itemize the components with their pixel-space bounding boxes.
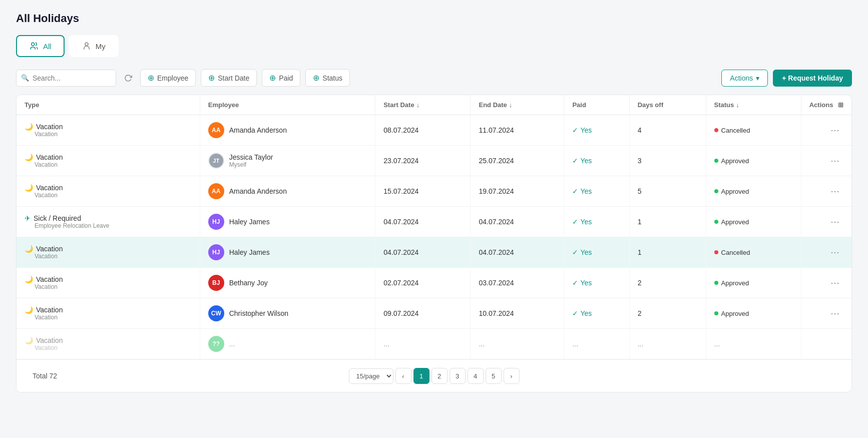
page-nav: 15/page 25/page 50/page ‹ 1 2 3 4 5 ›: [349, 368, 520, 384]
row-actions-button[interactable]: ⋯: [826, 275, 843, 290]
prev-page-button[interactable]: ‹: [395, 368, 411, 384]
refresh-button[interactable]: [121, 71, 135, 85]
filter-paid-button[interactable]: ⊕ Paid: [262, 69, 300, 87]
page-5-button[interactable]: 5: [486, 368, 502, 384]
table-row: 🌙 Vacation Vacation HJ Haley James 04.07…: [17, 237, 851, 268]
actions-button[interactable]: Actions ▾: [721, 70, 768, 87]
th-end-date[interactable]: End Date ↓: [471, 95, 564, 115]
status-cell: Approved: [706, 146, 801, 176]
end-date-cell: 11.07.2024: [471, 115, 564, 146]
moon-icon: 🌙: [25, 245, 33, 253]
search-input[interactable]: [16, 70, 116, 87]
paid-cell: ✓ Yes: [564, 298, 629, 329]
type-sub-label: Employee Relocation Leave: [25, 222, 192, 229]
sort-icon-start: ↓: [416, 101, 420, 109]
table-row: ✈ Sick / Required Employee Relocation Le…: [17, 207, 851, 237]
next-page-button[interactable]: ›: [504, 368, 520, 384]
type-cell: 🌙 Vacation Vacation: [17, 237, 200, 268]
tab-all[interactable]: All: [16, 35, 65, 57]
status-dot: [714, 311, 718, 315]
columns-icon[interactable]: ⊞: [838, 101, 843, 109]
actions-cell: ⋯: [801, 298, 851, 329]
th-employee: Employee: [200, 95, 375, 115]
status-dot: [714, 250, 718, 254]
paid-label: Yes: [580, 126, 592, 134]
paid-cell: ✓ Yes: [564, 115, 629, 146]
days-off-cell: 3: [629, 146, 706, 176]
days-off-cell: 5: [629, 176, 706, 207]
toolbar: 🔍 ⊕ Employee ⊕ Start Date ⊕ Paid ⊕ Statu…: [16, 69, 852, 87]
avatar: BJ: [208, 275, 224, 291]
type-cell: ✈ Sick / Required Employee Relocation Le…: [17, 207, 200, 237]
tab-my[interactable]: My: [69, 35, 119, 57]
paid-cell: ✓ Yes: [564, 146, 629, 176]
employee-name: Christopher Wilson: [229, 309, 288, 317]
th-days-off: Days off: [629, 95, 706, 115]
status-label: Approved: [721, 310, 749, 317]
table-row-partial: 🌙 Vacation Vacation ?? ... ... ... ... .…: [17, 329, 851, 359]
row-actions-button[interactable]: ⋯: [826, 184, 843, 199]
table-container: Type Employee Start Date ↓ End Date: [16, 95, 852, 392]
check-icon: ✓: [572, 157, 578, 165]
th-start-date[interactable]: Start Date ↓: [375, 95, 471, 115]
employee-name: Bethany Joy: [229, 279, 268, 287]
th-status[interactable]: Status ↓: [706, 95, 801, 115]
actions-label: Actions: [730, 74, 753, 82]
paid-cell: ✓ Yes: [564, 268, 629, 298]
actions-cell: ⋯: [801, 176, 851, 207]
status-cell: Cancelled: [706, 237, 801, 268]
paid-label: Yes: [580, 157, 592, 165]
status-dot: [714, 281, 718, 285]
filter-status-button[interactable]: ⊕ Status: [305, 69, 350, 87]
sick-icon: ✈: [25, 214, 31, 222]
employee-partial: ?? ...: [200, 329, 375, 359]
page-3-button[interactable]: 3: [450, 368, 466, 384]
type-sub-label: Vacation: [25, 253, 192, 260]
row-actions-button[interactable]: ⋯: [826, 306, 843, 321]
row-actions-button[interactable]: ⋯: [826, 123, 843, 138]
row-actions-button[interactable]: ⋯: [826, 245, 843, 260]
employee-cell: CW Christopher Wilson: [200, 298, 375, 329]
type-main-label: Vacation: [36, 275, 63, 283]
table-row: 🌙 Vacation Vacation JT Jessica Taylor My…: [17, 146, 851, 176]
per-page-select[interactable]: 15/page 25/page 50/page: [349, 368, 393, 384]
paid-label: Yes: [580, 218, 592, 226]
th-actions: Actions ⊞: [801, 95, 851, 115]
filter-status-label: Status: [322, 74, 342, 82]
toolbar-actions: Actions ▾ + Request Holiday: [721, 70, 852, 87]
paid-label: Yes: [580, 187, 592, 195]
type-cell: 🌙 Vacation Vacation: [17, 146, 200, 176]
avatar: HJ: [208, 214, 224, 230]
employee-sub: Myself: [229, 161, 273, 168]
svg-point-1: [85, 43, 88, 46]
type-main-label: Vacation: [36, 245, 63, 253]
end-date-cell: 04.07.2024: [471, 207, 564, 237]
avatar: CW: [208, 305, 224, 321]
page-title: All Holidays: [16, 12, 852, 25]
type-partial-label: Vacation: [36, 336, 63, 344]
request-holiday-button[interactable]: + Request Holiday: [773, 70, 852, 87]
all-users-icon: [29, 41, 39, 51]
employee-name: Amanda Anderson: [229, 126, 287, 134]
tab-group: All My: [16, 35, 852, 57]
filter-employee-button[interactable]: ⊕ Employee: [140, 69, 196, 87]
row-actions-button[interactable]: ⋯: [826, 214, 843, 229]
holidays-table: Type Employee Start Date ↓ End Date: [17, 95, 851, 359]
plus-circle-icon: ⊕: [148, 73, 154, 83]
employee-name: Haley James: [229, 218, 270, 226]
paid-label: Yes: [580, 279, 592, 287]
table-row: 🌙 Vacation Vacation AA Amanda Anderson 1…: [17, 176, 851, 207]
page-4-button[interactable]: 4: [468, 368, 484, 384]
row-actions-button[interactable]: ⋯: [826, 153, 843, 168]
page-2-button[interactable]: 2: [431, 368, 448, 384]
status-dot: [714, 159, 718, 163]
status-label: Cancelled: [721, 249, 750, 256]
actions-cell: ⋯: [801, 146, 851, 176]
status-cell: Approved: [706, 268, 801, 298]
status-label: Cancelled: [721, 127, 750, 134]
plus-circle-icon-3: ⊕: [269, 73, 276, 83]
filter-start-date-button[interactable]: ⊕ Start Date: [201, 69, 257, 87]
page-1-button[interactable]: 1: [413, 368, 429, 384]
employee-name: Haley James: [229, 248, 270, 256]
start-date-cell: 02.07.2024: [375, 268, 471, 298]
